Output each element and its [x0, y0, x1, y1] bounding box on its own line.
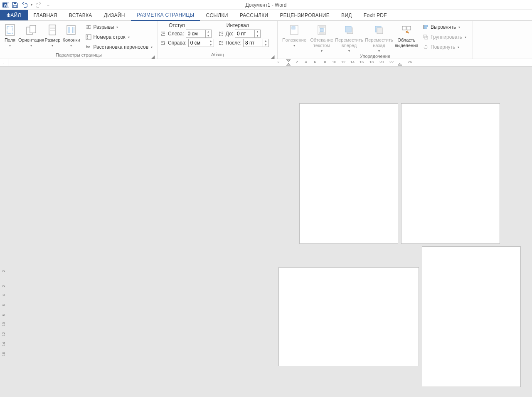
margins-button[interactable]: Поля ▾ — [2, 22, 18, 48]
position-button[interactable]: Положение ▾ — [279, 22, 309, 48]
window-title: Документ1 - Word — [0, 2, 532, 8]
tab-design[interactable]: ДИЗАЙН — [98, 10, 131, 20]
undo-dropdown-icon[interactable]: ▾ — [30, 2, 33, 8]
ruler-tick-label: 10 — [2, 322, 6, 326]
indent-marker-icon[interactable] — [286, 59, 291, 66]
spin-up-icon[interactable]: ▲ — [208, 39, 214, 43]
ruler-tick-label: 4 — [2, 294, 6, 296]
ruler-tick-label: 2 — [2, 285, 6, 287]
save-icon[interactable] — [12, 2, 18, 8]
tab-foxit-pdf[interactable]: Foxit PDF — [358, 10, 393, 20]
paragraph-launcher-icon[interactable]: ◢ — [271, 54, 275, 58]
indent-right-spinner[interactable]: ▲▼ — [188, 39, 214, 47]
ruler-tick-label: 6 — [314, 60, 316, 64]
chevron-down-icon: ▾ — [151, 45, 153, 49]
columns-button[interactable]: Колонки ▾ — [61, 22, 81, 48]
ruler-tick-label: 14 — [350, 60, 355, 64]
tab-file[interactable]: ФАЙЛ — [0, 10, 28, 20]
rotate-button[interactable]: Повернуть ▾ — [421, 42, 468, 52]
word-app-icon: W — [2, 2, 9, 8]
document-canvas[interactable]: 2246810121416 — [0, 67, 532, 397]
tab-review[interactable]: РЕЦЕНЗИРОВАНИЕ — [274, 10, 335, 20]
spin-down-icon[interactable]: ▼ — [208, 43, 214, 47]
spin-up-icon[interactable]: ▲ — [255, 30, 260, 34]
wrap-text-button[interactable]: Обтекание текстом ▾ — [309, 22, 334, 54]
spin-up-icon[interactable]: ▲ — [206, 30, 211, 34]
ruler-tick-label: 12 — [341, 60, 345, 64]
quick-access-toolbar: W ▾ = — [0, 2, 52, 8]
spacing-after-input[interactable] — [244, 39, 263, 47]
group-button[interactable]: Группировать ▾ — [421, 32, 468, 42]
indent-left-spinner[interactable]: ▲▼ — [186, 30, 212, 38]
send-backward-button[interactable]: Переместить назад ▾ — [364, 22, 394, 54]
tab-insert[interactable]: ВСТАВКА — [63, 10, 98, 20]
spacing-after-icon — [217, 40, 224, 46]
bring-forward-label: Переместить вперед — [334, 37, 364, 48]
group-page-setup: Поля ▾ Ориентация ▾ Размер ▾ Колонки ▾ — [0, 21, 158, 59]
horizontal-ruler[interactable]: ⌐ 224681012141618202226 — [0, 59, 532, 67]
indent-left-label: Слева: — [168, 31, 184, 37]
spin-down-icon[interactable]: ▼ — [263, 43, 268, 47]
ruler-tick-label: 4 — [305, 60, 307, 64]
page-setup-launcher-icon[interactable]: ◢ — [151, 54, 155, 58]
tab-mailings[interactable]: РАССЫЛКИ — [234, 10, 274, 20]
ruler-tick-label: 8 — [324, 60, 326, 64]
hyphenation-button[interactable]: bē Расстановка переносов ▾ — [84, 42, 155, 52]
size-button[interactable]: Размер ▾ — [44, 22, 61, 48]
group-page-setup-label: Параметры страницы — [56, 52, 102, 57]
line-numbers-button[interactable]: 12 Номера строк ▾ — [84, 32, 155, 42]
ruler-tick-label: 20 — [379, 60, 384, 64]
page-thumbnail[interactable] — [278, 267, 419, 366]
redo-icon[interactable] — [36, 2, 42, 8]
ruler-tick-label: 16 — [2, 352, 6, 356]
page-thumbnail[interactable] — [422, 246, 521, 387]
indent-left-icon — [160, 30, 166, 37]
indent-left-input[interactable] — [186, 30, 205, 37]
wrap-text-label: Обтекание текстом — [309, 37, 334, 48]
breaks-button[interactable]: Разрывы ▾ — [84, 22, 155, 32]
chevron-down-icon: ▾ — [293, 43, 295, 48]
ruler-tick-label: 16 — [360, 60, 364, 64]
chevron-down-icon: ▾ — [321, 48, 323, 54]
svg-rect-16 — [292, 27, 295, 29]
ruler-tick-label: 2 — [277, 60, 279, 64]
vertical-ruler[interactable]: 2246810121416 — [1, 67, 7, 397]
spacing-after-spinner[interactable]: ▲▼ — [243, 39, 269, 47]
page-thumbnail[interactable] — [299, 103, 398, 244]
qat-customize-icon[interactable]: = — [45, 2, 52, 8]
columns-icon — [64, 23, 78, 37]
group-paragraph-label: Абзац — [211, 52, 224, 57]
spin-down-icon[interactable]: ▼ — [206, 34, 211, 38]
svg-rect-20 — [345, 26, 351, 32]
indent-right-input[interactable] — [189, 39, 208, 47]
ruler-tick-label: 22 — [389, 60, 394, 64]
selection-pane-button[interactable]: Область выделения — [394, 22, 419, 48]
undo-icon[interactable] — [21, 2, 27, 8]
tab-home[interactable]: ГЛАВНАЯ — [28, 10, 63, 20]
page-thumbnail[interactable] — [401, 103, 500, 244]
ruler-tick-label: 18 — [369, 60, 374, 64]
chevron-down-icon: ▾ — [458, 25, 460, 29]
tab-view[interactable]: ВИД — [335, 10, 358, 20]
line-numbers-icon: 12 — [85, 34, 92, 40]
columns-label: Колонки — [63, 37, 80, 43]
svg-rect-4 — [13, 5, 17, 7]
chevron-down-icon: ▾ — [378, 48, 380, 54]
ruler-tick-label: 12 — [2, 332, 6, 336]
ribbon-tabs: ФАЙЛ ГЛАВНАЯ ВСТАВКА ДИЗАЙН РАЗМЕТКА СТР… — [0, 10, 532, 21]
ruler-corner-icon[interactable]: ⌐ — [0, 59, 8, 67]
ruler-tick-label: 8 — [2, 314, 6, 316]
right-indent-marker-icon[interactable] — [397, 62, 402, 66]
spacing-before-input[interactable] — [235, 30, 254, 37]
size-label: Размер — [45, 37, 61, 43]
bring-forward-button[interactable]: Переместить вперед ▾ — [334, 22, 364, 54]
spacing-before-spinner[interactable]: ▲▼ — [235, 30, 261, 38]
orientation-button[interactable]: Ориентация ▾ — [18, 22, 44, 48]
tab-page-layout[interactable]: РАЗМЕТКА СТРАНИЦЫ — [131, 10, 200, 21]
spin-down-icon[interactable]: ▼ — [255, 34, 260, 38]
spin-up-icon[interactable]: ▲ — [263, 39, 268, 43]
orientation-icon — [25, 23, 38, 37]
align-button[interactable]: Выровнять ▾ — [421, 22, 468, 32]
svg-rect-25 — [424, 25, 428, 27]
tab-references[interactable]: ССЫЛКИ — [200, 10, 234, 20]
